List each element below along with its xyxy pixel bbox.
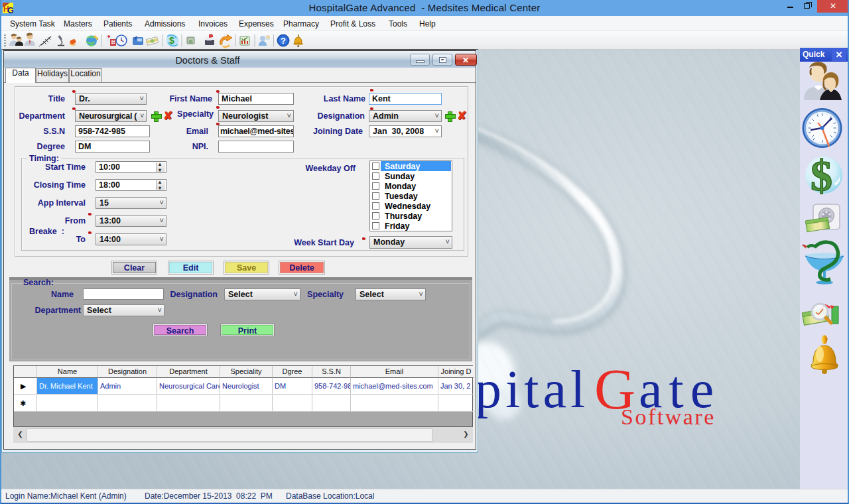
svg-text:$: $ [811,151,832,200]
svg-text:$: $ [169,35,174,46]
svg-text:?: ? [281,36,286,46]
